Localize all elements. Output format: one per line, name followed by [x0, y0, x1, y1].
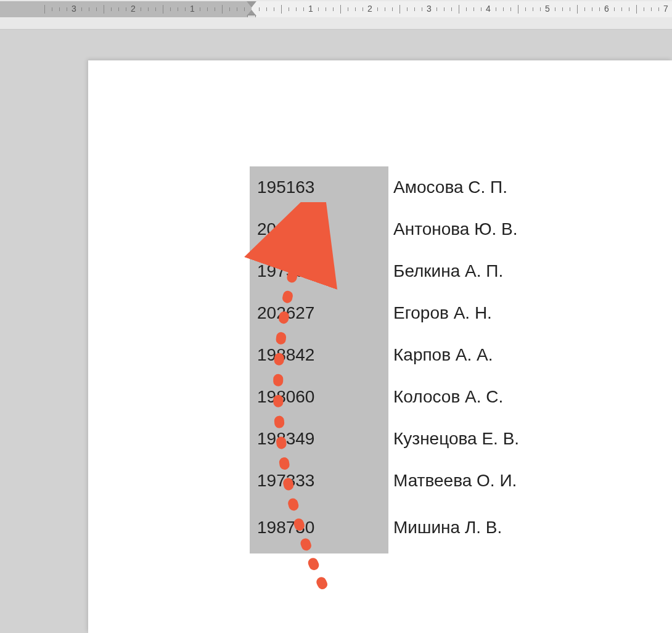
ruler-tick: [326, 7, 326, 11]
table-row[interactable]: 195163Амосова С. П.: [250, 166, 519, 208]
ruler-tick: [577, 5, 578, 14]
ruler-tick: [533, 7, 533, 11]
ruler-tick: [163, 5, 163, 14]
ruler-tick: [651, 7, 652, 11]
id-cell[interactable]: 197333: [250, 460, 388, 502]
ruler-tick: [207, 7, 208, 11]
table-row[interactable]: 200721Антонова Ю. В.: [250, 208, 519, 250]
left-indent-marker[interactable]: [247, 15, 256, 17]
first-line-indent-marker[interactable]: [247, 1, 256, 7]
ruler-tick: [118, 7, 119, 11]
ruler-tick: [96, 7, 97, 11]
ruler-tick: [333, 7, 334, 11]
ruler-tick: [444, 7, 445, 11]
ruler-tick: [363, 7, 363, 11]
ruler-tick: [244, 7, 245, 11]
ruler-tick: [636, 5, 637, 14]
ruler-tick: [81, 7, 82, 11]
ruler-label: 2: [131, 4, 136, 14]
table-row[interactable]: 198730Мишина Л. В.: [250, 502, 519, 544]
table-row[interactable]: 198842Карпов А. А.: [250, 334, 519, 376]
name-cell[interactable]: Мишина Л. В.: [388, 507, 502, 549]
ruler-tick: [422, 7, 422, 11]
name-cell[interactable]: Амосова С. П.: [388, 166, 507, 208]
ruler-tick: [303, 7, 304, 11]
name-cell[interactable]: Белкина А. П.: [388, 250, 503, 292]
ruler-tick: [570, 7, 570, 11]
horizontal-ruler-area: 3211234567: [0, 0, 672, 30]
ruler-tick: [436, 7, 437, 11]
ruler-tick: [318, 7, 319, 11]
ruler-tick: [340, 5, 341, 14]
ruler-tick: [481, 7, 481, 11]
ruler-tick: [525, 7, 526, 11]
ruler-label: 6: [604, 4, 609, 14]
ruler-tick: [274, 7, 274, 11]
ruler-tick: [59, 7, 60, 11]
table-row[interactable]: 202627Егоров А. Н.: [250, 292, 519, 334]
id-cell[interactable]: 197556: [250, 250, 388, 292]
ruler-tick: [451, 7, 452, 11]
ruler-label: 2: [367, 4, 372, 14]
ruler-tick: [658, 7, 659, 11]
table-row[interactable]: 198060Колосов А. С.: [250, 376, 519, 418]
id-cell[interactable]: 202627: [250, 292, 388, 334]
ruler-tick: [215, 7, 215, 11]
document-page[interactable]: 𝙸 195163Амосова С. П.200721Антонова Ю. В…: [88, 60, 672, 633]
id-cell[interactable]: 198730: [250, 502, 388, 553]
ruler-tick: [141, 7, 141, 11]
ruler-tick: [222, 5, 223, 14]
ruler-tick: [67, 7, 67, 11]
id-cell[interactable]: 198060: [250, 376, 388, 418]
id-cell[interactable]: 198842: [250, 334, 388, 376]
ruler-tick: [355, 7, 356, 11]
name-cell[interactable]: Кузнецова Е. В.: [388, 418, 519, 460]
ruler-tick: [555, 7, 555, 11]
ruler-tick: [289, 7, 289, 11]
ruler-tick: [592, 7, 592, 11]
ruler-tick: [377, 7, 378, 11]
ruler-tick: [111, 7, 112, 11]
ruler-tick: [155, 7, 156, 11]
ruler-tick: [400, 5, 400, 14]
id-cell[interactable]: 200721: [250, 208, 388, 250]
document-workspace: 𝙸 195163Амосова С. П.200721Антонова Ю. В…: [0, 30, 672, 633]
ruler-tick: [503, 7, 504, 11]
ruler-tick: [629, 7, 629, 11]
table-row[interactable]: 197333Матвеева О. И.: [250, 460, 519, 502]
name-cell[interactable]: Матвеева О. И.: [388, 460, 517, 502]
ruler-tick: [644, 7, 644, 11]
ruler-tick: [237, 7, 237, 11]
ruler-tick: [392, 7, 393, 11]
id-cell[interactable]: 195163: [250, 166, 388, 208]
ruler-tick: [599, 7, 600, 11]
ruler-label: 3: [72, 4, 76, 14]
ruler-tick: [562, 7, 563, 11]
name-cell[interactable]: Карпов А. А.: [388, 334, 493, 376]
ruler-tick: [266, 7, 267, 11]
ruler-tick: [89, 7, 89, 11]
ruler-tick: [385, 7, 385, 11]
id-cell[interactable]: 198349: [250, 418, 388, 460]
ruler-tick: [126, 7, 126, 11]
name-cell[interactable]: Егоров А. Н.: [388, 292, 492, 334]
ruler-tick: [229, 7, 230, 11]
ruler-tick: [185, 7, 186, 11]
name-cell[interactable]: Антонова Ю. В.: [388, 208, 517, 250]
ruler-label: 5: [545, 4, 550, 14]
table-row[interactable]: 197556Белкина А. П.: [250, 250, 519, 292]
ruler-tick: [52, 7, 52, 11]
ruler-tick: [178, 7, 178, 11]
ruler-tick: [407, 7, 408, 11]
ruler-label: 1: [308, 4, 313, 14]
ruler-tick: [348, 7, 348, 11]
horizontal-ruler[interactable]: 3211234567: [0, 1, 672, 17]
ruler-tick: [296, 7, 297, 11]
table-row[interactable]: 198349Кузнецова Е. В.: [250, 418, 519, 460]
ruler-tick: [518, 5, 518, 14]
ruler-tick: [148, 7, 149, 11]
ruler-tick: [414, 7, 415, 11]
name-cell[interactable]: Колосов А. С.: [388, 376, 503, 418]
document-content[interactable]: 195163Амосова С. П.200721Антонова Ю. В.1…: [250, 166, 519, 544]
ruler-tick: [281, 5, 282, 14]
